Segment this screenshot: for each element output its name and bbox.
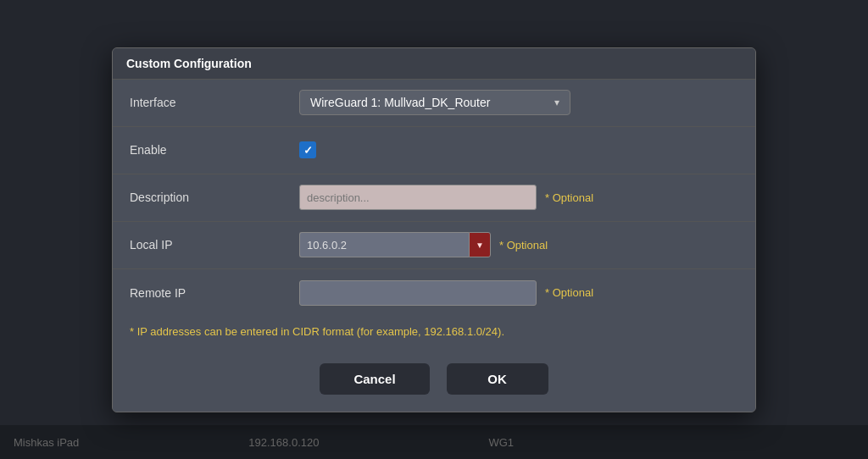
- enable-control-area: [299, 141, 738, 158]
- interface-select[interactable]: WireGuard 1: Mullvad_DK_Router ▾: [299, 90, 570, 115]
- interface-row: Interface WireGuard 1: Mullvad_DK_Router…: [113, 80, 755, 127]
- description-label: Description: [130, 191, 299, 204]
- local-ip-row: Local IP * Optional: [113, 222, 755, 269]
- remote-ip-row: Remote IP * Optional: [113, 269, 755, 317]
- enable-checkbox[interactable]: [299, 141, 316, 158]
- cancel-button[interactable]: Cancel: [320, 363, 429, 395]
- local-ip-input[interactable]: [299, 232, 469, 257]
- ok-button[interactable]: OK: [447, 363, 548, 395]
- dialog-body: Interface WireGuard 1: Mullvad_DK_Router…: [113, 80, 755, 317]
- interface-control-area: WireGuard 1: Mullvad_DK_Router ▾: [299, 90, 738, 115]
- dialog-actions: Cancel OK: [113, 350, 755, 412]
- local-ip-dropdown-button[interactable]: [469, 232, 491, 257]
- custom-config-dialog: Custom Configuration Interface WireGuard…: [112, 47, 756, 412]
- description-control-area: * Optional: [299, 185, 738, 210]
- remote-ip-optional: * Optional: [545, 286, 593, 299]
- dialog-overlay: Custom Configuration Interface WireGuard…: [0, 0, 868, 459]
- description-row: Description * Optional: [113, 174, 755, 222]
- remote-ip-label: Remote IP: [130, 286, 299, 300]
- remote-ip-input[interactable]: [299, 280, 537, 306]
- local-ip-optional: * Optional: [499, 239, 548, 252]
- interface-label: Interface: [130, 96, 299, 109]
- interface-value: WireGuard 1: Mullvad_DK_Router: [310, 96, 490, 109]
- chevron-down-icon: ▾: [554, 97, 559, 108]
- local-ip-label: Local IP: [130, 238, 299, 252]
- enable-label: Enable: [130, 143, 299, 157]
- remote-ip-control-area: * Optional: [299, 280, 738, 306]
- dialog-title: Custom Configuration: [113, 48, 755, 80]
- local-ip-control-area: * Optional: [299, 232, 738, 257]
- description-input[interactable]: [299, 185, 537, 210]
- footer-note: * IP addresses can be entered in CIDR fo…: [113, 317, 755, 350]
- local-ip-wrapper: [299, 232, 491, 257]
- description-optional: * Optional: [545, 191, 593, 204]
- enable-row: Enable: [113, 127, 755, 174]
